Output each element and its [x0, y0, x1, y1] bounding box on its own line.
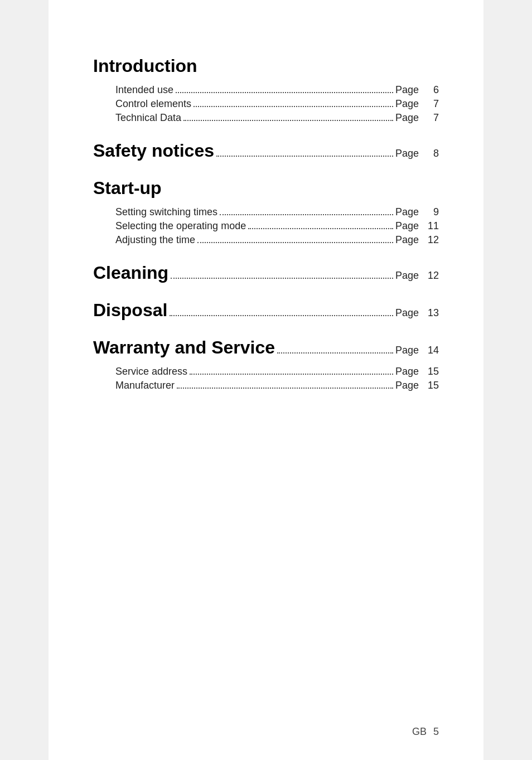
toc-page-word: Page [395, 366, 419, 377]
heading-disposal: Disposal [93, 300, 167, 321]
toc-page-word: Page [395, 220, 419, 232]
toc-entry-switching-times: Setting switching times Page 9 [115, 206, 439, 218]
toc-entry-service-address: Service address Page 15 [115, 366, 439, 377]
toc-page-word: Page [395, 98, 419, 110]
toc-label-adjusting-time: Adjusting the time [115, 234, 195, 246]
sub-entries-warranty: Service address Page 15 Manufacturer Pag… [93, 366, 439, 391]
toc-dots [277, 352, 393, 354]
section-startup: Start-up Setting switching times Page 9 … [93, 178, 439, 246]
toc-page-word-cleaning: Page [395, 270, 419, 282]
toc-page-num: 7 [423, 112, 439, 124]
section-safety-notices: Safety notices Page 8 [93, 141, 439, 161]
toc-page-num: 15 [423, 380, 439, 391]
heading-safety-notices: Safety notices [93, 141, 214, 161]
footer: GB 5 [412, 726, 439, 738]
toc-entry-manufacturer: Manufacturer Page 15 [115, 380, 439, 391]
toc-page-num-safety: 8 [423, 148, 439, 159]
toc-dots [183, 120, 393, 121]
toc-label-control-elements: Control elements [115, 98, 191, 110]
toc-page-num: 7 [423, 98, 439, 110]
footer-page-num: 5 [433, 726, 439, 738]
toc-label-intended-use: Intended use [115, 84, 173, 96]
toc-page-word: Page [395, 380, 419, 391]
section-cleaning: Cleaning Page 12 [93, 263, 439, 283]
toc-page-num-cleaning: 12 [423, 270, 439, 282]
toc-dots [170, 315, 393, 316]
inline-row-safety: Safety notices Page 8 [93, 141, 439, 161]
toc-page-word: Page [395, 84, 419, 96]
toc-dots [190, 374, 393, 375]
heading-introduction: Introduction [93, 56, 439, 76]
toc-dots [177, 388, 393, 389]
toc-dots [216, 156, 393, 157]
heading-cleaning: Cleaning [93, 263, 168, 283]
toc-page-num: 12 [423, 234, 439, 246]
toc-page-num-warranty: 14 [423, 345, 439, 356]
toc-page-num: 6 [423, 84, 439, 96]
page: Introduction Intended use Page 6 Control… [49, 0, 483, 760]
toc-page-word: Page [395, 112, 419, 124]
toc-page-num: 15 [423, 366, 439, 377]
inline-row-disposal: Disposal Page 13 [93, 300, 439, 321]
inline-row-warranty: Warranty and Service Page 14 [93, 337, 439, 358]
toc-page-word-warranty: Page [395, 345, 419, 356]
toc-label-operating-mode: Selecting the operating mode [115, 220, 246, 232]
toc-label-manufacturer: Manufacturer [115, 380, 175, 391]
toc-entry-adjusting-time: Adjusting the time Page 12 [115, 234, 439, 246]
toc-dots [197, 242, 393, 243]
sub-entries-introduction: Intended use Page 6 Control elements Pag… [93, 84, 439, 124]
toc-entry-control-elements: Control elements Page 7 [115, 98, 439, 110]
toc-entry-operating-mode: Selecting the operating mode Page 11 [115, 220, 439, 232]
section-disposal: Disposal Page 13 [93, 300, 439, 321]
toc-dots [248, 228, 393, 229]
toc-page-word-disposal: Page [395, 307, 419, 319]
heading-warranty: Warranty and Service [93, 337, 275, 358]
toc-page-num: 9 [423, 206, 439, 218]
inline-row-cleaning: Cleaning Page 12 [93, 263, 439, 283]
toc-page-word-safety: Page [395, 148, 419, 159]
toc-page-num: 11 [423, 220, 439, 232]
section-warranty: Warranty and Service Page 14 Service add… [93, 337, 439, 391]
heading-startup: Start-up [93, 178, 439, 199]
toc-label-switching-times: Setting switching times [115, 206, 217, 218]
toc-entry-technical-data: Technical Data Page 7 [115, 112, 439, 124]
toc-entry-intended-use: Intended use Page 6 [115, 84, 439, 96]
footer-label: GB [412, 726, 427, 738]
toc-dots [171, 278, 393, 279]
toc-page-word: Page [395, 234, 419, 246]
toc-dots [194, 106, 393, 107]
sub-entries-startup: Setting switching times Page 9 Selecting… [93, 206, 439, 246]
toc-label-technical-data: Technical Data [115, 112, 181, 124]
toc-page-num-disposal: 13 [423, 307, 439, 319]
toc-page-word: Page [395, 206, 419, 218]
toc-label-service-address: Service address [115, 366, 187, 377]
section-introduction: Introduction Intended use Page 6 Control… [93, 56, 439, 124]
toc-dots [220, 214, 393, 215]
toc-dots [176, 92, 393, 93]
